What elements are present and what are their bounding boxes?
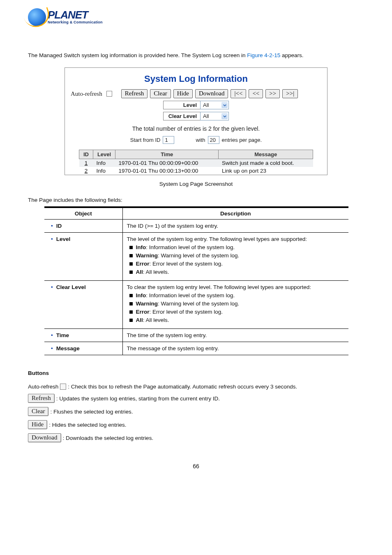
hide-button-icon: Hide — [28, 420, 47, 429]
table-row: 2 Info 1970-01-01 Thu 00:00:13+00:00 Lin… — [79, 167, 313, 175]
description-cell: The level of the system log entry. The f… — [122, 233, 348, 281]
chevron-down-icon — [221, 102, 228, 108]
logo-sub-text: Networking & Communication — [48, 20, 103, 24]
chevron-down-icon — [221, 113, 228, 119]
logo-main-text: PLANET — [48, 10, 103, 20]
clearlevel-select[interactable]: All — [200, 112, 229, 120]
clearlevel-select-value: All — [203, 113, 209, 119]
description-cell: To clear the system log entry level. The… — [122, 281, 348, 329]
intro-after: appears. — [280, 52, 303, 58]
col-id: ID — [79, 150, 93, 159]
intro-before: The Managed Switch system log informatio… — [28, 52, 247, 58]
buttons-heading: Buttons — [28, 370, 364, 376]
description-cell: The time of the system log entry. — [122, 329, 348, 342]
refresh-note: Refresh : Updates the system log entries… — [28, 394, 364, 403]
prev-page-button[interactable]: << — [249, 89, 263, 98]
screenshot-title: System Log Information — [71, 74, 321, 84]
description-cell: The ID (>= 1) of the system log entry. — [122, 220, 348, 233]
figure-caption: System Log Page Screenshot — [28, 181, 364, 187]
clear-note: Clear : Flushes the selected log entries… — [28, 407, 364, 416]
col-object: Object — [44, 207, 122, 220]
system-log-screenshot: System Log Information Auto-refresh Refr… — [65, 67, 327, 175]
object-cell: •Level — [44, 233, 122, 281]
download-note: Download : Downloads the selected log en… — [28, 433, 364, 442]
refresh-button[interactable]: Refresh — [121, 89, 148, 98]
next-page-button[interactable]: >> — [265, 89, 280, 98]
level-select[interactable]: All — [200, 101, 229, 109]
clearlevel-select-label: Clear Level — [163, 112, 200, 120]
description-cell: The message of the system log entry. — [122, 342, 348, 355]
page-number: 66 — [28, 463, 364, 469]
object-cell: •Time — [44, 329, 122, 342]
level-select-label: Level — [163, 101, 200, 109]
entries-per-page-input[interactable]: 20 — [208, 136, 219, 144]
intro-paragraph: The Managed Switch system log informatio… — [28, 52, 364, 58]
log-entries-table: ID Level Time Message 1 Info 1970-01-01 … — [79, 150, 313, 175]
hide-button[interactable]: Hide — [173, 89, 193, 98]
download-button-icon: Download — [28, 433, 61, 442]
first-page-button[interactable]: |<< — [231, 89, 246, 98]
autorefresh-checkbox[interactable] — [106, 91, 112, 97]
object-cell: •Clear Level — [44, 281, 122, 329]
hide-note: Hide : Hides the selected log entries. — [28, 420, 364, 429]
col-time: Time — [115, 150, 219, 159]
total-entries-text: The total number of entries is 2 for the… — [71, 125, 321, 132]
planet-globe-icon — [28, 8, 46, 26]
autorefresh-note: Auto-refresh : Check this box to refresh… — [28, 384, 364, 390]
log-id-link[interactable]: 2 — [85, 168, 88, 174]
figure-reference: Figure 4-2-15 — [247, 52, 280, 58]
start-from-id-label: Start from ID — [130, 137, 161, 143]
log-id-link[interactable]: 1 — [85, 160, 88, 166]
with-label: with — [196, 137, 205, 143]
autorefresh-label: Auto-refresh — [71, 90, 102, 97]
object-cell: •ID — [44, 220, 122, 233]
refresh-button-icon: Refresh — [28, 394, 55, 403]
level-select-value: All — [203, 102, 209, 108]
table-row: 1 Info 1970-01-01 Thu 00:00:09+00:00 Swi… — [79, 159, 313, 167]
last-page-button[interactable]: >>| — [282, 89, 298, 98]
start-id-input[interactable]: 1 — [163, 136, 174, 144]
checkbox-icon — [60, 384, 66, 390]
download-button[interactable]: Download — [195, 89, 228, 98]
col-message: Message — [219, 150, 313, 159]
fields-description-table: Object Description •IDThe ID (>= 1) of t… — [44, 206, 348, 355]
col-level: Level — [93, 150, 115, 159]
object-cell: •Message — [44, 342, 122, 355]
fields-intro: The Page includes the following fields: — [28, 197, 364, 203]
logo: PLANET Networking & Communication — [28, 8, 364, 28]
entries-per-page-label: entries per page. — [222, 137, 262, 143]
clear-button[interactable]: Clear — [150, 89, 171, 98]
col-description: Description — [122, 207, 348, 220]
clear-button-icon: Clear — [28, 407, 48, 416]
